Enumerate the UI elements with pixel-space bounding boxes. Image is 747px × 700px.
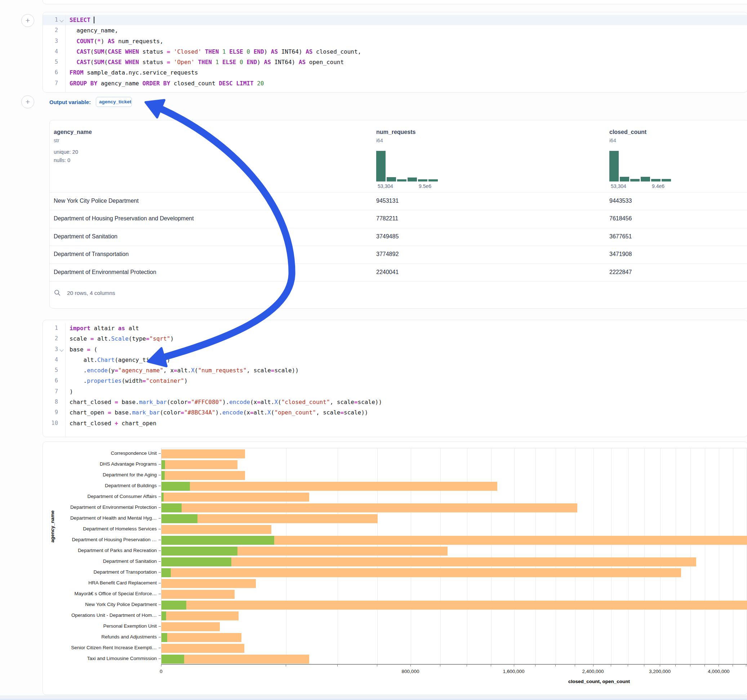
bar-closed <box>162 471 245 480</box>
page-bottom-gap <box>0 695 747 699</box>
bar-closed <box>162 622 220 631</box>
code-line[interactable]: 10chart_closed + chart_open <box>43 418 747 428</box>
x-axis-tick-label: 0 <box>160 669 163 674</box>
y-axis-label: Department of Sanitation <box>103 558 157 564</box>
collapse-caret-icon[interactable] <box>59 18 64 22</box>
sql-code-editor[interactable]: 1SELECT 2 agency_name,3 COUNT(*) AS num_… <box>43 15 747 92</box>
table-row[interactable]: New York City Police Department945313194… <box>50 192 747 210</box>
output-variable-label: Output variable: <box>49 99 91 105</box>
x-axis-tick-label: 2,400,000 <box>582 669 604 674</box>
bar-closed <box>162 633 242 642</box>
line-number: 7 <box>43 78 58 89</box>
y-axis-label: Department of Housing Preservation … <box>72 537 157 542</box>
python-code-editor[interactable]: 1import altair as alt2scale = alt.Scale(… <box>43 323 747 437</box>
line-number: 4 <box>43 47 58 57</box>
collapse-caret-icon[interactable] <box>59 347 64 352</box>
bar-closed <box>162 482 497 491</box>
line-number: 3 <box>43 36 58 47</box>
y-axis-label: Department for the Aging <box>103 472 157 477</box>
table-cell: 3774892 <box>376 251 399 258</box>
bar-open <box>162 493 163 502</box>
x-axis-tick-label: 1,600,000 <box>503 669 525 674</box>
histogram-max-label: 9.5e6 <box>419 183 431 189</box>
line-number: 6 <box>43 376 58 386</box>
histogram-max-label: 9.4e6 <box>652 183 664 189</box>
table-row[interactable]: Department of Transportation377489234719… <box>50 246 747 263</box>
bar-closed <box>162 579 256 588</box>
table-row[interactable]: Department of Sanitation37494853677651 <box>50 228 747 246</box>
bar-closed <box>162 460 237 469</box>
y-axis-label: Correspondence Unit <box>110 451 157 456</box>
y-axis-label: Department of Homeless Services <box>83 526 157 531</box>
bar-closed <box>162 611 239 620</box>
table-footer: 20 rows, 4 columns <box>50 281 747 308</box>
sql-cell: 1SELECT 2 agency_name,3 COUNT(*) AS num_… <box>42 12 747 92</box>
x-axis-tick-label: 4,000,000 <box>708 669 729 674</box>
y-axis-title: agency_name <box>50 511 55 543</box>
code-line[interactable]: 3base = ( <box>43 344 747 355</box>
search-icon[interactable] <box>54 289 61 296</box>
table-row[interactable]: Department of Environmental Protection22… <box>50 264 747 281</box>
column-histogram <box>609 151 674 181</box>
python-cell: 1import altair as alt2scale = alt.Scale(… <box>42 320 747 437</box>
output-variable-pill[interactable]: agency_tickets <box>96 97 132 107</box>
column-stat: nulls: 0 <box>54 157 70 163</box>
column-header-agency_name[interactable]: agency_name <box>54 129 92 136</box>
bar-closed <box>162 590 234 599</box>
code-line[interactable]: 9chart_open = base.mark_bar(color="#8BC3… <box>43 407 747 418</box>
code-line[interactable]: 2scale = alt.Scale(type="sqrt") <box>43 333 747 344</box>
y-axis-label: Taxi and Limousine Commission <box>87 656 157 661</box>
bar-open <box>162 482 190 491</box>
bar-closed <box>162 450 245 459</box>
table-row[interactable]: Department of Housing Preservation and D… <box>50 210 747 228</box>
code-line[interactable]: 1import altair as alt <box>43 323 747 333</box>
text-cursor <box>94 17 94 23</box>
column-histogram <box>376 151 441 181</box>
code-line[interactable]: 6FROM sample_data.nyc.service_requests <box>43 67 747 78</box>
y-axis-label: Senior Citizen Rent Increase Exempti… <box>71 645 157 650</box>
bar-open <box>162 600 186 609</box>
y-axis-label: Operations Unit - Department of Hom… <box>71 612 157 618</box>
table-cell: 3677651 <box>609 233 632 240</box>
table-cell: New York City Police Department <box>54 198 139 204</box>
code-line[interactable]: 8chart_closed = base.mark_bar(color="#FF… <box>43 397 747 407</box>
code-line[interactable]: 7GROUP BY agency_name ORDER BY closed_co… <box>43 78 747 89</box>
code-line[interactable]: 4 CAST(SUM(CASE WHEN status = 'Closed' T… <box>43 47 747 57</box>
line-number: 2 <box>43 333 58 344</box>
column-type: str <box>54 137 59 143</box>
line-number: 9 <box>43 407 58 418</box>
code-line[interactable]: 6 .properties(width="container") <box>43 376 747 386</box>
table-cell: 9443533 <box>609 198 632 204</box>
line-number: 5 <box>43 57 58 67</box>
code-line[interactable]: 1SELECT <box>43 15 747 25</box>
bar-open <box>162 503 181 512</box>
bar-open <box>162 547 237 556</box>
column-header-closed_count[interactable]: closed_count <box>609 129 646 136</box>
column-stat: unique: 20 <box>54 149 78 155</box>
column-header-num_requests[interactable]: num_requests <box>376 129 416 136</box>
code-line[interactable]: 5 .encode(y="agency_name", x=alt.X("num_… <box>43 365 747 376</box>
notebook-canvas: + + 1SELECT 2 agency_name,3 COUNT(*) AS … <box>0 0 747 700</box>
code-line[interactable]: 7) <box>43 386 747 397</box>
y-axis-label: Refunds and Adjustments <box>101 634 157 640</box>
histogram-min-label: 53,304 <box>611 183 626 189</box>
y-axis-label: Personal Exemption Unit <box>103 623 157 629</box>
code-line[interactable]: 2 agency_name, <box>43 25 747 36</box>
code-line[interactable]: 3 COUNT(*) AS num_requests, <box>43 36 747 47</box>
code-line[interactable]: 4 alt.Chart(agency_tickets) <box>43 355 747 365</box>
table-cell: 3471908 <box>609 251 632 258</box>
table-cell: Department of Housing Preservation and D… <box>54 215 194 222</box>
add-cell-button-top[interactable]: + <box>21 14 34 27</box>
line-number: 2 <box>43 25 58 36</box>
table-cell: 2240041 <box>376 269 399 276</box>
bar-open <box>162 655 184 664</box>
table-cell: 7618456 <box>609 215 632 222</box>
bar-closed <box>162 557 696 566</box>
y-axis-label: Department of Environmental Protection <box>70 504 157 510</box>
column-type: i64 <box>609 137 616 143</box>
y-axis-label: HRA Benefit Card Replacement <box>88 580 157 585</box>
line-number: 10 <box>43 418 58 428</box>
code-line[interactable]: 5 CAST(SUM(CASE WHEN status = 'Open' THE… <box>43 57 747 67</box>
add-cell-button-middle[interactable]: + <box>21 95 34 109</box>
line-number: 3 <box>43 344 58 355</box>
